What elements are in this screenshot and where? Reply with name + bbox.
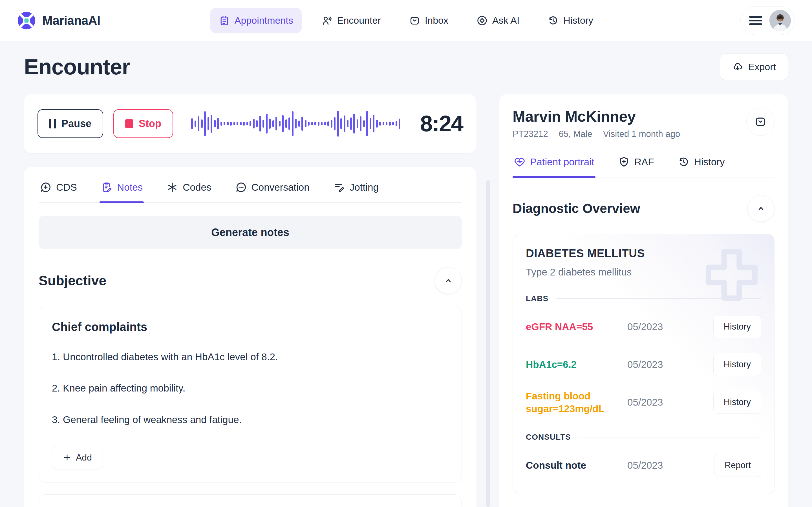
patient-meta: PT23212 65, Male Visited 1 month ago [513,129,774,139]
waveform-bar [198,116,199,131]
lab-history-button[interactable]: History [713,353,761,376]
waveform-bar [269,119,271,129]
waveform-bar [223,122,225,125]
waveform-bar [318,122,319,126]
stop-button[interactable]: Stop [113,109,173,138]
waveform-bar [195,121,196,127]
stop-icon [125,119,133,128]
waveform-bar [331,120,333,128]
waveform-bar [256,120,258,127]
tab-raf[interactable]: RAF [617,154,655,177]
waveform-bar [379,122,381,126]
consult-row: Consult note 05/2023 Report [526,451,761,480]
tab-label: Notes [117,182,143,193]
patient-tabs: Patient portrait RAF [513,154,774,177]
waveform-bar [298,121,300,127]
hpi-card: History of Present Illness HbA1c level e… [39,494,462,507]
brand[interactable]: MarianaAI [17,11,100,30]
marianaai-logo-icon [17,11,36,30]
consult-date: 05/2023 [627,460,714,471]
appointments-icon [219,15,230,26]
waveform-bar [217,118,219,129]
waveform-bar [321,122,322,125]
list-item[interactable]: Uncontrolled diabetes with an HbA1c leve… [52,350,449,363]
waveform-bar [337,111,339,136]
plus-icon [62,453,72,462]
consult-name: Consult note [526,459,627,472]
labs-group-label: LABS [526,294,548,303]
add-complaint-button[interactable]: Add [52,446,102,469]
waveform-bar [350,117,352,130]
list-item[interactable]: General feeling of weakness and fatigue. [52,413,449,426]
waveform-bar [253,119,255,128]
tab-cds[interactable]: CDS [39,180,78,202]
nav-item-encounter[interactable]: Encounter [313,8,389,33]
tab-patient-portrait[interactable]: Patient portrait [513,154,596,177]
lab-row-egfr: eGFR NAA=55 05/2023 History [526,313,761,341]
nav-item-inbox[interactable]: Inbox [401,8,457,33]
nav-item-appointments[interactable]: Appointments [210,8,302,33]
waveform-bar [353,114,355,133]
add-label: Add [76,452,92,463]
generate-notes-button[interactable]: Generate notes [39,216,462,249]
lab-history-button[interactable]: History [713,315,761,338]
waveform-bar [234,122,235,125]
tab-label: Conversation [252,182,310,193]
lab-value: eGFR NAA=55 [526,320,627,333]
lab-date: 05/2023 [627,397,713,408]
waveform-bar [227,122,229,125]
encounter-page: Encounter Export Pause Stop 8:24 [0,41,812,507]
tab-notes[interactable]: Notes [100,180,144,202]
waveform-bar [360,116,361,131]
waveform-bar [292,111,294,136]
waveform-bar [282,115,284,132]
waveform-bar [275,117,277,130]
waveform-bar [347,120,349,127]
waveform-bar [389,122,391,126]
waveform-bar [262,120,264,128]
waveform-bar [301,117,303,131]
waveform-bar [396,121,397,126]
tab-label: Jotting [350,182,378,193]
nav-item-history[interactable]: History [539,8,602,33]
consults-group-label: CONSULTS [526,433,571,442]
patient-name: Marvin McKinney [513,108,636,125]
codes-icon [166,181,178,193]
waveform-bar [211,115,212,133]
nav-label: Inbox [425,15,448,26]
envelope-icon [754,115,767,128]
cds-icon [40,181,52,193]
waveform-bar [243,122,245,126]
consult-report-button[interactable]: Report [714,454,761,477]
waveform-bar [399,119,400,129]
patient-card: Marvin McKinney PT23212 65, Male Visited… [499,94,788,507]
nav-item-ask-ai[interactable]: Ask AI [468,8,528,33]
tab-codes[interactable]: Codes [165,180,212,202]
pause-button[interactable]: Pause [38,109,103,138]
collapse-diagnostic-button[interactable] [748,195,774,222]
waveform-bar [308,122,310,126]
waveform-bar [214,120,216,127]
waveform-bar [191,118,193,129]
waveform-bar [207,117,209,130]
notes-tabs: CDS Notes [39,180,462,203]
left-panel-scrollbar[interactable] [486,180,490,507]
pause-label: Pause [61,118,91,129]
waveform-bar [386,122,388,125]
lab-history-button[interactable]: History [713,391,761,414]
chief-complaints-card: Chief complaints Uncontrolled diabetes w… [39,306,462,483]
tab-jotting[interactable]: Jotting [332,180,380,202]
diagnostic-overview-title: Diagnostic Overview [513,201,640,216]
collapse-subjective-button[interactable] [435,267,462,294]
tab-conversation[interactable]: Conversation [234,180,311,202]
export-button[interactable]: Export [720,54,788,80]
list-item[interactable]: Knee pain affecting mobility. [52,381,449,395]
waveform-bar [327,121,329,126]
account-menu[interactable] [741,6,795,35]
page-title: Encounter [24,54,130,80]
waveform-bar [340,118,342,129]
tab-patient-history[interactable]: History [677,154,726,177]
message-patient-button[interactable] [746,108,774,136]
waveform-bar [272,120,274,127]
subjective-section-title: Subjective [39,273,106,288]
